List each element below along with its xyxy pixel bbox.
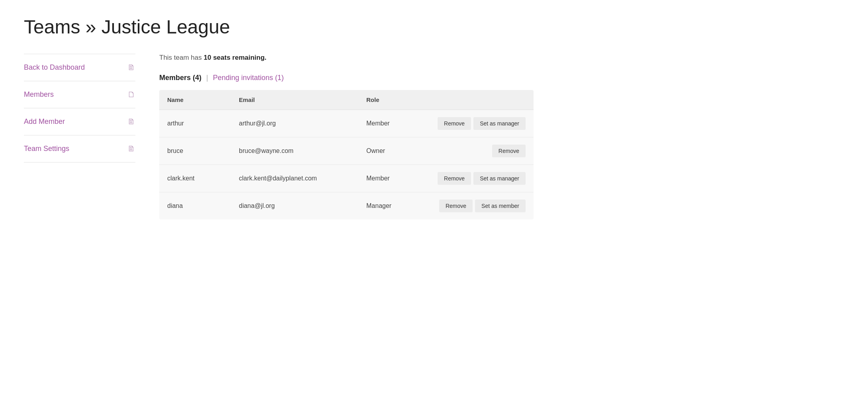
table-row: arthurarthur@jl.orgMemberRemoveSet as ma… (159, 110, 534, 137)
col-header-name: Name (159, 90, 231, 110)
sidebar-item-add-member[interactable]: Add Member 🗎 (24, 108, 135, 135)
member-email: arthur@jl.org (231, 110, 358, 137)
members-table: Name Email Role arthurarthur@jl.orgMembe… (159, 90, 534, 219)
member-actions: RemoveSet as manager (422, 110, 534, 137)
remove-button[interactable]: Remove (438, 172, 471, 185)
document-icon: 🗎 (127, 144, 135, 153)
table-row: brucebruce@wayne.comOwnerRemove (159, 137, 534, 165)
pending-invitations-link[interactable]: Pending invitations (1) (213, 74, 284, 82)
col-header-email: Email (231, 90, 358, 110)
document-icon: 🗎 (127, 117, 135, 126)
sidebar-item-team-settings[interactable]: Team Settings 🗎 (24, 135, 135, 163)
sidebar-item-label: Members (24, 90, 54, 99)
col-header-role: Role (358, 90, 422, 110)
member-email: diana@jl.org (231, 192, 358, 220)
member-role: Manager (358, 192, 422, 220)
remove-button[interactable]: Remove (492, 145, 526, 157)
member-name: diana (159, 192, 231, 220)
member-role: Member (358, 165, 422, 192)
sidebar-item-members[interactable]: Members 🗋 (24, 81, 135, 108)
sidebar: Back to Dashboard 🗎 Members 🗋 Add Member… (24, 54, 135, 219)
seats-bold: 10 seats remaining. (204, 54, 267, 61)
seats-text-prefix: This team has (159, 54, 204, 61)
main-content: This team has 10 seats remaining. Member… (159, 54, 534, 219)
member-actions: RemoveSet as member (422, 192, 534, 220)
set-as-member-button[interactable]: Set as member (475, 200, 526, 212)
remove-button[interactable]: Remove (439, 200, 473, 212)
member-email: bruce@wayne.com (231, 137, 358, 165)
sidebar-item-label: Team Settings (24, 145, 69, 153)
member-role: Owner (358, 137, 422, 165)
page-title: Teams » Justice League (24, 16, 534, 38)
member-email: clark.kent@dailyplanet.com (231, 165, 358, 192)
sidebar-item-label: Back to Dashboard (24, 63, 85, 72)
member-actions: Remove (422, 137, 534, 165)
members-header: Members (4) | Pending invitations (1) (159, 74, 534, 82)
sidebar-item-back-to-dashboard[interactable]: Back to Dashboard 🗎 (24, 54, 135, 81)
set-as-manager-button[interactable]: Set as manager (473, 172, 526, 185)
member-role: Member (358, 110, 422, 137)
separator: | (206, 74, 208, 82)
table-header-row: Name Email Role (159, 90, 534, 110)
document-icon: 🗎 (127, 63, 135, 72)
col-header-actions (422, 90, 534, 110)
members-title: Members (4) (159, 74, 201, 82)
member-name: bruce (159, 137, 231, 165)
remove-button[interactable]: Remove (438, 117, 471, 130)
set-as-manager-button[interactable]: Set as manager (473, 117, 526, 130)
member-actions: RemoveSet as manager (422, 165, 534, 192)
document-icon: 🗋 (127, 90, 135, 99)
table-row: dianadiana@jl.orgManagerRemoveSet as mem… (159, 192, 534, 220)
member-name: arthur (159, 110, 231, 137)
seats-info: This team has 10 seats remaining. (159, 54, 534, 62)
sidebar-item-label: Add Member (24, 117, 65, 126)
table-row: clark.kentclark.kent@dailyplanet.comMemb… (159, 165, 534, 192)
member-name: clark.kent (159, 165, 231, 192)
